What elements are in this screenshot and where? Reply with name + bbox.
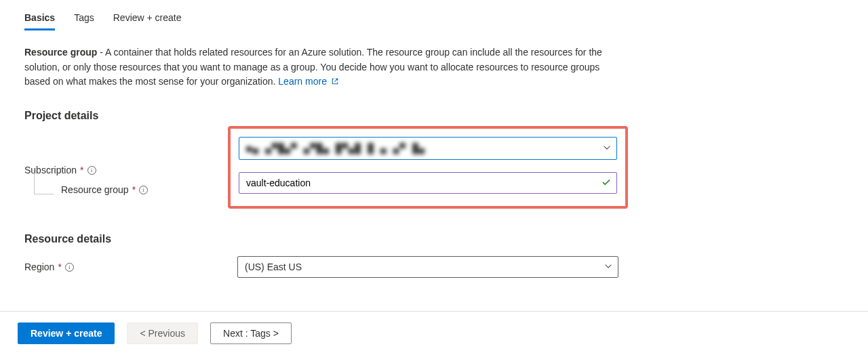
region-select[interactable]: (US) East US <box>237 256 618 278</box>
highlighted-fields: ■▄ ▄▀█▄▀ ▄▀█▄ █▀▄█ █ ▄ ▄▀ █▄ <box>228 126 628 209</box>
required-indicator: * <box>132 184 136 195</box>
tab-tags[interactable]: Tags <box>74 12 94 30</box>
info-icon[interactable]: i <box>139 186 148 194</box>
section-resource-details: Resource details <box>24 233 844 245</box>
subscription-select[interactable]: ■▄ ▄▀█▄▀ ▄▀█▄ █▀▄█ █ ▄ ▄▀ █▄ <box>239 137 617 160</box>
learn-more-link[interactable]: Learn more <box>278 76 338 87</box>
external-link-icon <box>331 75 339 83</box>
previous-button[interactable]: < Previous <box>127 322 198 344</box>
region-label: Region <box>24 262 54 272</box>
review-create-button[interactable]: Review + create <box>18 322 115 344</box>
tab-review-create[interactable]: Review + create <box>113 12 182 30</box>
checkmark-icon <box>601 177 612 190</box>
info-icon[interactable]: i <box>65 263 74 272</box>
resource-group-label: Resource group <box>61 184 129 195</box>
resource-group-description: Resource group - A container that holds … <box>24 45 621 89</box>
region-value: (US) East US <box>245 262 302 272</box>
section-project-details: Project details <box>24 110 844 122</box>
info-icon[interactable]: i <box>87 166 96 175</box>
chevron-down-icon <box>604 262 613 273</box>
description-lead: Resource group <box>24 47 97 58</box>
tab-basics[interactable]: Basics <box>24 12 55 30</box>
required-indicator: * <box>58 262 61 272</box>
wizard-footer: Review + create < Previous Next : Tags > <box>0 311 868 355</box>
subscription-value: ■▄ ▄▀█▄▀ ▄▀█▄ █▀▄█ █ ▄ ▄▀ █▄ <box>246 143 425 154</box>
tab-bar: Basics Tags Review + create <box>24 12 844 30</box>
chevron-down-icon <box>602 143 612 154</box>
resource-group-input[interactable] <box>239 172 617 194</box>
next-button[interactable]: Next : Tags > <box>210 322 292 344</box>
required-indicator: * <box>80 165 83 175</box>
